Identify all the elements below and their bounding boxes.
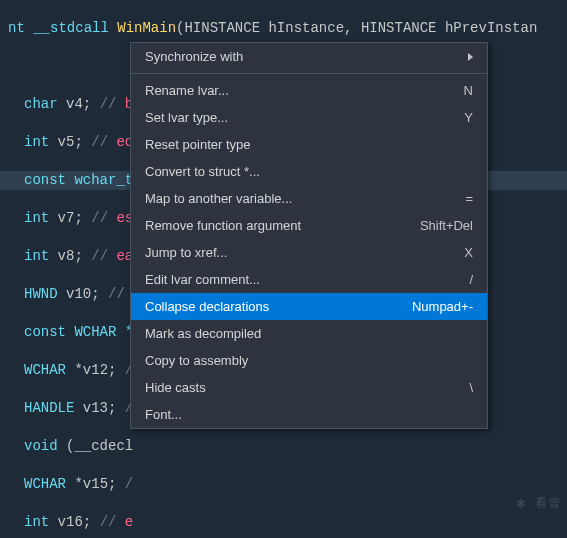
menu-shortcut: =: [465, 191, 473, 206]
menu-shortcut: N: [464, 83, 473, 98]
menu-label: Reset pointer type: [145, 137, 251, 152]
code-line: int v16; // e: [0, 513, 567, 532]
menu-shortcut: /: [469, 272, 473, 287]
menu-edit-lvar-comment[interactable]: Edit lvar comment... /: [131, 266, 487, 293]
menu-label: Rename lvar...: [145, 83, 229, 98]
menu-shortcut: Y: [464, 110, 473, 125]
code-line: void (__cdecl: [0, 437, 567, 456]
watermark-text: 看雪: [535, 495, 561, 512]
menu-label: Copy to assembly: [145, 353, 248, 368]
menu-label: Edit lvar comment...: [145, 272, 260, 287]
menu-map-to-another-variable[interactable]: Map to another variable... =: [131, 185, 487, 212]
menu-collapse-declarations[interactable]: Collapse declarations Numpad+-: [131, 293, 487, 320]
context-menu: Synchronize with Rename lvar... N Set lv…: [130, 42, 488, 429]
menu-label: Hide casts: [145, 380, 206, 395]
menu-label: Font...: [145, 407, 182, 422]
menu-label: Synchronize with: [145, 49, 243, 64]
menu-convert-to-struct[interactable]: Convert to struct *...: [131, 158, 487, 185]
menu-reset-pointer-type[interactable]: Reset pointer type: [131, 131, 487, 158]
menu-shortcut: \: [469, 380, 473, 395]
menu-mark-as-decompiled[interactable]: Mark as decompiled: [131, 320, 487, 347]
menu-separator: [131, 73, 487, 74]
submenu-arrow-icon: [468, 53, 473, 61]
menu-synchronize-with[interactable]: Synchronize with: [131, 43, 487, 70]
menu-font[interactable]: Font...: [131, 401, 487, 428]
menu-jump-to-xref[interactable]: Jump to xref... X: [131, 239, 487, 266]
menu-shortcut: X: [464, 245, 473, 260]
menu-label: Collapse declarations: [145, 299, 269, 314]
menu-label: Mark as decompiled: [145, 326, 261, 341]
menu-label: Jump to xref...: [145, 245, 227, 260]
menu-hide-casts[interactable]: Hide casts \: [131, 374, 487, 401]
menu-label: Convert to struct *...: [145, 164, 260, 179]
code-line: nt __stdcall WinMain(HINSTANCE hInstance…: [0, 19, 567, 38]
menu-copy-to-assembly[interactable]: Copy to assembly: [131, 347, 487, 374]
menu-label: Map to another variable...: [145, 191, 292, 206]
menu-shortcut: Numpad+-: [412, 299, 473, 314]
snowflake-icon: ❄: [517, 495, 525, 512]
menu-label: Remove function argument: [145, 218, 301, 233]
menu-rename-lvar[interactable]: Rename lvar... N: [131, 77, 487, 104]
menu-shortcut: Shift+Del: [420, 218, 473, 233]
code-line: WCHAR *v15; /: [0, 475, 567, 494]
menu-set-lvar-type[interactable]: Set lvar type... Y: [131, 104, 487, 131]
menu-label: Set lvar type...: [145, 110, 228, 125]
menu-remove-function-argument[interactable]: Remove function argument Shift+Del: [131, 212, 487, 239]
